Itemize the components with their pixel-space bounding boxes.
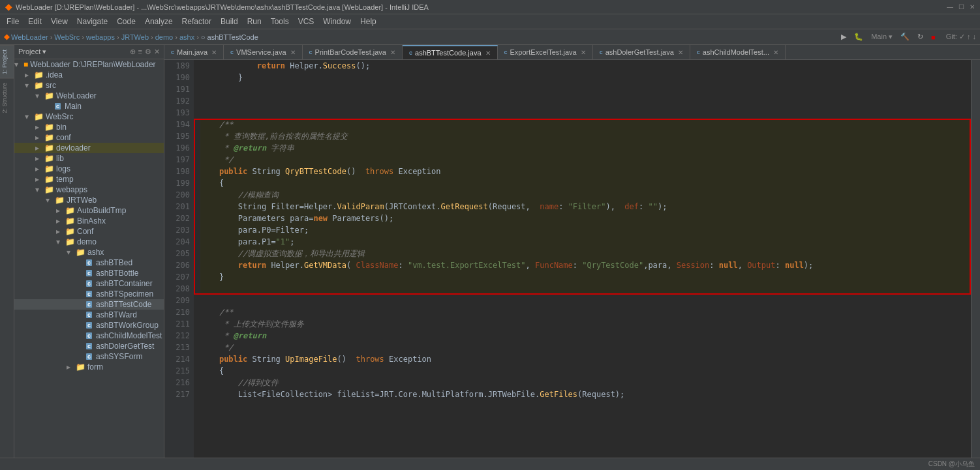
menu-item-file[interactable]: File xyxy=(3,16,23,27)
sidebar-add-icon[interactable]: ⊕ xyxy=(130,48,136,56)
tree-item-binashx[interactable]: ▸📁BinAshx xyxy=(14,216,164,226)
tab-5[interactable]: cashDolerGetTest.java✕ xyxy=(593,45,690,59)
tab-0[interactable]: cMain.java✕ xyxy=(164,45,224,59)
sidebar-settings-icon[interactable]: ⚙ xyxy=(145,48,151,56)
tree-expand-icon[interactable]: ▸ xyxy=(25,70,34,80)
minimize-btn[interactable]: — xyxy=(947,3,953,10)
right-scrollbar[interactable] xyxy=(971,60,980,458)
tab-close-icon[interactable]: ✕ xyxy=(581,49,586,56)
breadcrumb-webapps[interactable]: webapps xyxy=(86,33,115,41)
tree-item-demo[interactable]: ▾📁demo xyxy=(14,237,164,247)
tree-item-bin[interactable]: ▸📁bin xyxy=(14,122,164,132)
tree-expand-icon[interactable]: ▸ xyxy=(35,164,44,173)
tree-expand-icon[interactable]: ▾ xyxy=(25,81,34,90)
tree-item-conf[interactable]: ▸📁Conf xyxy=(14,226,164,237)
tree-item-.idea[interactable]: ▸📁.idea xyxy=(14,70,164,80)
tree-item-ashdolergettest[interactable]: cashDolerGetTest xyxy=(14,341,164,351)
tree-expand-icon[interactable]: ▸ xyxy=(35,154,44,163)
tree-expand-icon[interactable]: ▾ xyxy=(67,248,76,257)
tree-item-webapps[interactable]: ▾📁webapps xyxy=(14,184,164,195)
tree-item-logs[interactable]: ▸📁logs xyxy=(14,164,164,174)
tab-close-icon[interactable]: ✕ xyxy=(773,49,778,56)
tree-item-ashsysform[interactable]: cashSYSForm xyxy=(14,351,164,362)
tab-3[interactable]: cashBTTestCode.java✕ xyxy=(403,45,498,59)
tree-expand-icon[interactable]: ▾ xyxy=(25,112,34,121)
tree-item-temp[interactable]: ▸📁temp xyxy=(14,174,164,184)
tab-4[interactable]: cExportExcelTest.java✕ xyxy=(498,45,593,59)
sidebar-collapse-icon[interactable]: ≡ xyxy=(138,48,142,56)
tab-close-icon[interactable]: ✕ xyxy=(211,49,217,56)
breadcrumb-webloader[interactable]: WebLoader xyxy=(11,33,48,41)
menu-item-window[interactable]: Window xyxy=(319,16,355,27)
menu-item-run[interactable]: Run xyxy=(243,16,266,27)
tree-item-ashchildmodeltest[interactable]: cashChildModelTest xyxy=(14,330,164,341)
toolbar-build-icon[interactable]: 🔨 xyxy=(898,31,912,42)
tree-expand-icon[interactable]: ▸ xyxy=(67,362,76,372)
tree-item-jrtweb[interactable]: ▾📁JRTWeb xyxy=(14,195,164,205)
tree-item-conf[interactable]: ▸📁conf xyxy=(14,132,164,143)
menu-item-analyze[interactable]: Analyze xyxy=(141,16,177,27)
tree-item-ashbttestcode[interactable]: cashBTTestCode xyxy=(14,299,164,310)
tree-item-ashx[interactable]: ▾📁ashx xyxy=(14,247,164,257)
breadcrumb-ashx[interactable]: ashx xyxy=(179,33,194,41)
tab-2[interactable]: cPrintBarCodeTest.java✕ xyxy=(303,45,403,59)
menu-item-view[interactable]: View xyxy=(47,16,72,27)
tree-item-ashbtcontainer[interactable]: cashBTContainer xyxy=(14,278,164,289)
tree-expand-icon[interactable]: ▸ xyxy=(56,206,65,215)
menu-item-edit[interactable]: Edit xyxy=(24,16,46,27)
menu-item-refactor[interactable]: Refactor xyxy=(178,16,215,27)
tree-item-lib[interactable]: ▸📁lib xyxy=(14,153,164,164)
tree-item-ashbtward[interactable]: cashBTWard xyxy=(14,310,164,320)
tree-item-webloader[interactable]: ▾📁WebLoader xyxy=(14,91,164,101)
toolbar-debug-icon[interactable]: 🐛 xyxy=(851,31,866,42)
tree-expand-icon[interactable]: ▾ xyxy=(56,237,65,246)
edge-tab-project[interactable]: 1: Project xyxy=(0,45,14,78)
menu-item-tools[interactable]: Tools xyxy=(267,16,293,27)
tree-item-devloader[interactable]: ▸📁devloader xyxy=(14,143,164,153)
toolbar-stop-icon[interactable]: ■ xyxy=(928,32,938,42)
editor-content[interactable]: 1891901911921931941951961971981992002012… xyxy=(164,60,980,458)
tab-close-icon[interactable]: ✕ xyxy=(390,49,395,56)
line-number-190: 190 xyxy=(164,72,190,83)
tree-expand-icon[interactable]: ▸ xyxy=(35,123,44,132)
menu-item-vcs[interactable]: VCS xyxy=(294,16,318,27)
tree-item-ashbtworkgroup[interactable]: cashBTWorkGroup xyxy=(14,320,164,330)
tab-close-icon[interactable]: ✕ xyxy=(290,49,296,56)
maximize-btn[interactable]: ☐ xyxy=(958,3,964,10)
tree-item-webloader-d:\jreplan\webloader[interactable]: ▾■WebLoader D:\JREPlan\WebLoader xyxy=(14,59,164,70)
tree-item-ashbtbed[interactable]: cashBTBed xyxy=(14,257,164,268)
tree-item-ashbtspecimen[interactable]: cashBTSpecimen xyxy=(14,289,164,299)
tree-item-main[interactable]: cMain xyxy=(14,101,164,111)
tab-1[interactable]: cVMService.java✕ xyxy=(224,45,302,59)
toolbar-reload-icon[interactable]: ↻ xyxy=(915,31,926,42)
tree-expand-icon[interactable]: ▾ xyxy=(35,185,44,194)
tree-item-websrc[interactable]: ▾📁WebSrc xyxy=(14,111,164,122)
close-btn[interactable]: ✕ xyxy=(970,3,975,10)
breadcrumb-jrtweb[interactable]: JRTWeb xyxy=(121,33,149,41)
tree-expand-icon[interactable]: ▸ xyxy=(35,175,44,184)
tree-expand-icon[interactable]: ▾ xyxy=(35,91,44,100)
menu-item-navigate[interactable]: Navigate xyxy=(73,16,112,27)
breadcrumb-websrc[interactable]: WebSrc xyxy=(54,33,80,41)
tree-expand-icon[interactable]: ▾ xyxy=(14,60,23,69)
tree-item-autobuildtmp[interactable]: ▸📁AutoBuildTmp xyxy=(14,205,164,216)
toolbar-run-icon[interactable]: ▶ xyxy=(838,31,849,42)
menu-item-build[interactable]: Build xyxy=(217,16,242,27)
tab-close-icon[interactable]: ✕ xyxy=(678,49,683,56)
edge-tab-structure[interactable]: 2: Structure xyxy=(0,78,14,117)
breadcrumb-demo[interactable]: demo xyxy=(155,33,174,41)
tree-expand-icon[interactable]: ▸ xyxy=(56,216,65,226)
tree-expand-icon[interactable]: ▾ xyxy=(46,196,55,205)
code-area[interactable]: return Helper.Success();▶ }▶ /** * 查询数据,… xyxy=(194,60,971,458)
tab-close-icon[interactable]: ✕ xyxy=(485,50,491,57)
tree-expand-icon[interactable]: ▸ xyxy=(56,227,65,236)
tree-item-src[interactable]: ▾📁src xyxy=(14,80,164,91)
sidebar-close-icon[interactable]: ✕ xyxy=(154,48,160,56)
tree-expand-icon[interactable]: ▸ xyxy=(35,133,44,142)
menu-item-code[interactable]: Code xyxy=(113,16,140,27)
tree-item-form[interactable]: ▸📁form xyxy=(14,362,164,372)
tree-item-ashbtbottle[interactable]: cashBTBottle xyxy=(14,268,164,278)
tree-expand-icon[interactable]: ▸ xyxy=(35,143,44,153)
tab-6[interactable]: cashChildModelTest...✕ xyxy=(690,45,786,59)
menu-item-help[interactable]: Help xyxy=(356,16,380,27)
